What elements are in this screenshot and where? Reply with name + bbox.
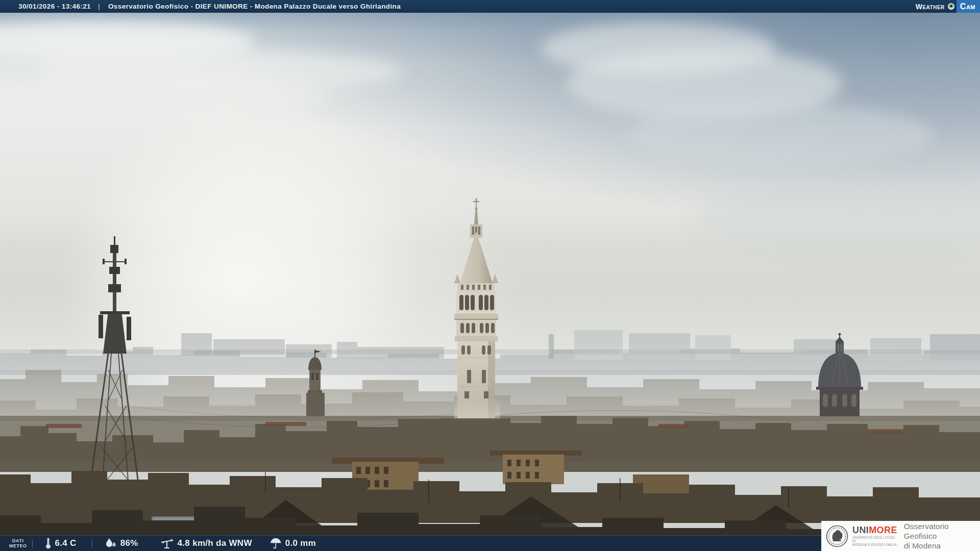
observatory-name: Osservatorio Geofisico di Modena <box>904 521 980 550</box>
precipitation-reading: 0.0 mm <box>270 538 316 549</box>
droplets-icon <box>105 538 117 549</box>
weathercam-logo: Weather Cam <box>916 0 980 13</box>
thermometer-icon <box>45 538 52 549</box>
caption-area: 30/01/2026 - 13:46:21 | Osservatorio Geo… <box>0 3 401 10</box>
unimore-more-text: MORE <box>869 525 897 535</box>
divider <box>92 539 92 547</box>
observatory-line1: Osservatorio Geofisico <box>904 521 980 541</box>
wind-vane-icon <box>160 538 174 549</box>
temperature-value: 6.4 C <box>55 538 77 548</box>
caption-separator: | <box>98 3 100 10</box>
dati-meteo-label: DATI METEO <box>9 538 27 548</box>
unimore-wordmark: UNIMORE <box>852 525 897 535</box>
unimore-subtitle-line2: MODENA E REGGIO EMILIA <box>852 543 897 546</box>
weathercam-dot-icon <box>948 3 954 10</box>
weathercam-word: Weather <box>916 3 945 11</box>
unimore-uni-text: UNI <box>852 525 869 535</box>
umbrella-icon <box>270 538 282 549</box>
wind-value: 4.8 km/h da WNW <box>178 538 252 548</box>
precipitation-value: 0.0 mm <box>285 538 316 548</box>
observatory-line2: di Modena <box>904 541 980 550</box>
dati-label-line2: METEO <box>9 543 27 548</box>
top-overlay-bar: 30/01/2026 - 13:46:21 | Osservatorio Geo… <box>0 0 980 13</box>
unimore-credit-box: UNIMORE UNIVERSITÀ DEGLI STUDI DI MODENA… <box>821 521 980 551</box>
temperature-reading: 6.4 C <box>45 538 77 549</box>
timestamp: 30/01/2026 - 13:46:21 <box>18 3 91 10</box>
humidity-value: 86% <box>120 538 138 548</box>
unimore-subtitle-line1: UNIVERSITÀ DEGLI STUDI DI <box>852 536 897 543</box>
camera-title: Osservatorio Geofisico - DIEF UNIMORE - … <box>108 3 401 10</box>
webcam-frame: 30/01/2026 - 13:46:21 | Osservatorio Geo… <box>0 0 980 551</box>
unimore-subtitle: UNIVERSITÀ DEGLI STUDI DI MODENA E REGGI… <box>852 536 897 546</box>
humidity-reading: 86% <box>105 538 138 549</box>
webcam-photo <box>0 13 980 551</box>
dati-label-line1: DATI <box>12 538 23 543</box>
unimore-seal-icon <box>826 525 848 547</box>
weathercam-cam-badge: Cam <box>957 0 980 13</box>
unimore-logo: UNIMORE UNIVERSITÀ DEGLI STUDI DI MODENA… <box>852 525 897 546</box>
wind-reading: 4.8 km/h da WNW <box>160 538 252 549</box>
divider <box>32 539 33 547</box>
